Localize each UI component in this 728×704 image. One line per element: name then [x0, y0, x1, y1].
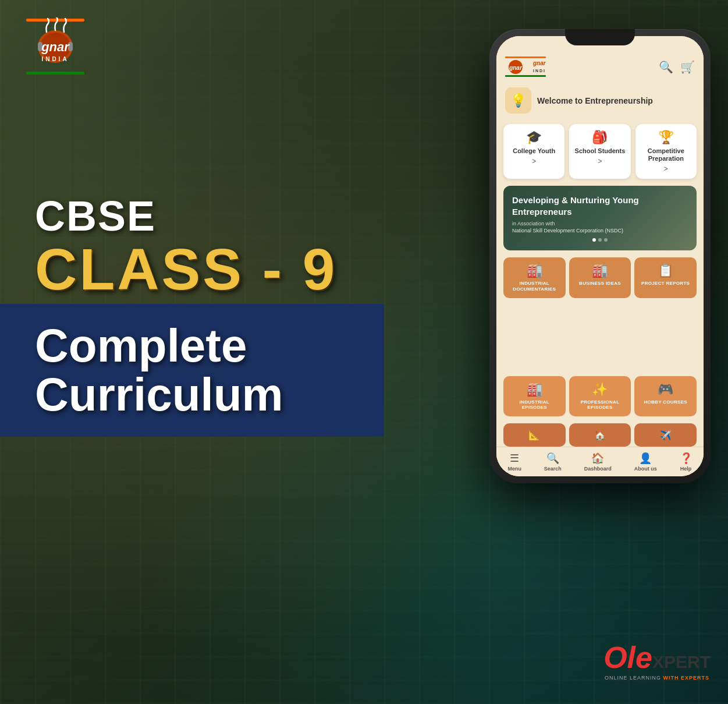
school-students-arrow: >	[598, 157, 602, 165]
partial-item-3[interactable]: ✈️	[634, 423, 697, 447]
hobby-courses-label: HOBBY COURSES	[644, 399, 687, 405]
school-students-label: School Students	[575, 147, 626, 155]
hero-subtitle: in Association with	[512, 221, 688, 227]
nav-dashboard[interactable]: 🏠 Dashboard	[584, 452, 612, 472]
app-content: gnar gnar INDIA 🔍 🛒 💡 Welcome to Ent	[496, 36, 704, 476]
left-panel: gnar INDIA CBSE CLASS - 9 Complete Curri…	[0, 0, 378, 704]
grid-row-2: 🏭 INDUSTRIAL EPISODES ✨ PROFESSIONAL EPI…	[503, 376, 697, 416]
dot-3	[604, 238, 608, 242]
graduation-icon: 🎓	[526, 130, 542, 145]
hero-dots	[512, 238, 688, 242]
college-youth-arrow: >	[532, 157, 536, 165]
partial-row: 📐 🏠 ✈️	[496, 423, 704, 447]
nav-menu[interactable]: ☰ Menu	[507, 452, 521, 472]
welcome-icon: 💡	[505, 87, 531, 114]
business-ideas-label: BUSINESS IDEAS	[579, 281, 621, 286]
partial-icon-3: ✈️	[660, 430, 672, 441]
nav-search[interactable]: 🔍 Search	[544, 452, 562, 472]
professional-episodes-icon: ✨	[592, 382, 608, 397]
partial-icon-2: 🏠	[594, 430, 606, 441]
search-nav-label: Search	[544, 466, 562, 472]
grid-industrial-docs[interactable]: 🏭 INDUSTRIAL DOCUMENTARIES	[503, 257, 566, 298]
expert-text: XPERT	[652, 652, 711, 672]
svg-text:INDIA: INDIA	[41, 56, 69, 62]
cbse-label: CBSE	[35, 192, 355, 240]
about-label: About us	[634, 466, 657, 472]
industrial-episodes-label: INDUSTRIAL EPISODES	[507, 399, 562, 411]
hero-org: National Skill Development Corporation (…	[512, 228, 688, 234]
phone-outer: gnar gnar INDIA 🔍 🛒 💡 Welcome to Ent	[489, 29, 711, 483]
grid-section: 🏭 INDUSTRIAL DOCUMENTARIES 🏭 BUSINESS ID…	[496, 253, 704, 376]
class-label: CLASS - 9	[35, 240, 355, 298]
svg-rect-8	[505, 56, 546, 58]
svg-text:gnar: gnar	[509, 65, 523, 71]
welcome-text: Welcome to Entrepreneurship	[537, 96, 653, 105]
category-college-youth[interactable]: 🎓 College Youth >	[503, 124, 564, 179]
dashboard-icon: 🏠	[591, 452, 604, 465]
grid-professional-episodes[interactable]: ✨ PROFESSIONAL EPISODES	[569, 376, 631, 416]
svg-text:INDIA: INDIA	[533, 69, 546, 73]
grid-business-ideas[interactable]: 🏭 BUSINESS IDEAS	[569, 257, 631, 298]
search-icon[interactable]: 🔍	[659, 60, 673, 74]
help-label: Help	[680, 466, 692, 472]
partial-item-2[interactable]: 🏠	[569, 423, 631, 447]
tagline-accent: WITH EXPERTS	[663, 675, 710, 681]
curriculum-band: Complete Curriculum	[0, 304, 384, 437]
about-icon: 👤	[639, 452, 652, 465]
svg-text:gnar: gnar	[532, 60, 546, 66]
cbse-section: CBSE CLASS - 9	[23, 192, 355, 298]
school-icon: 🎒	[592, 130, 608, 145]
svg-rect-0	[26, 19, 84, 22]
grid-row-2-wrapper: 🏭 INDUSTRIAL EPISODES ✨ PROFESSIONAL EPI…	[496, 376, 704, 420]
welcome-banner: 💡 Welcome to Entrepreneurship	[496, 82, 704, 119]
industrial-docs-label: INDUSTRIAL DOCUMENTARIES	[507, 281, 562, 292]
app-logo: gnar gnar INDIA	[505, 56, 546, 77]
curriculum-text-2: Curriculum	[35, 370, 361, 419]
project-reports-icon: 📋	[658, 263, 673, 278]
industrial-episodes-icon: 🏭	[527, 382, 542, 397]
grid-hobby-courses[interactable]: 🎮 HOBBY COURSES	[634, 376, 697, 416]
industrial-docs-icon: 🏭	[527, 263, 542, 278]
trophy-icon: 🏆	[658, 130, 674, 145]
bottom-nav: ☰ Menu 🔍 Search 🏠 Dashboard 👤 About us	[496, 447, 704, 476]
phone-notch	[565, 29, 635, 45]
dot-1	[592, 238, 596, 242]
college-youth-label: College Youth	[513, 147, 555, 155]
dot-2	[598, 238, 602, 242]
category-competitive[interactable]: 🏆 Competitive Preparation >	[635, 124, 697, 179]
svg-rect-13	[505, 75, 546, 77]
menu-label: Menu	[507, 466, 521, 472]
grid-project-reports[interactable]: 📋 PROJECT REPORTS	[634, 257, 697, 298]
grid-industrial-episodes[interactable]: 🏭 INDUSTRIAL EPISODES	[503, 376, 566, 416]
help-icon: ❓	[680, 452, 693, 465]
phone-mockup: gnar gnar INDIA 🔍 🛒 💡 Welcome to Ent	[489, 29, 711, 483]
hobby-courses-icon: 🎮	[658, 382, 673, 397]
menu-icon: ☰	[510, 452, 519, 465]
competitive-label: Competitive Preparation	[640, 147, 692, 162]
business-ideas-icon: 🏭	[592, 263, 608, 278]
ole-text: Ole	[603, 640, 652, 675]
olexpert-text: Ole XPERT	[603, 640, 711, 675]
cart-icon[interactable]: 🛒	[680, 60, 695, 74]
competitive-arrow: >	[664, 165, 668, 173]
olexpert-tagline: ONLINE LEARNING WITH EXPERTS	[603, 675, 711, 681]
hero-banner: Developing & Nurturing Young Entrepreneu…	[503, 186, 697, 250]
curriculum-text-1: Complete	[35, 321, 361, 370]
nav-about[interactable]: 👤 About us	[634, 452, 657, 472]
hero-title: Developing & Nurturing Young Entrepreneu…	[512, 194, 688, 217]
professional-episodes-label: PROFESSIONAL EPISODES	[573, 399, 628, 411]
category-school-students[interactable]: 🎒 School Students >	[569, 124, 630, 179]
category-row: 🎓 College Youth > 🎒 School Students > 🏆 …	[496, 119, 704, 183]
logo-area: gnar INDIA	[23, 17, 355, 76]
svg-rect-5	[26, 72, 84, 75]
logo-icon: gnar INDIA	[23, 17, 87, 76]
nav-help[interactable]: ❓ Help	[680, 452, 693, 472]
grid-row-1: 🏭 INDUSTRIAL DOCUMENTARIES 🏭 BUSINESS ID…	[503, 257, 697, 298]
partial-icon-1: 📐	[528, 430, 540, 441]
project-reports-label: PROJECT REPORTS	[641, 281, 690, 286]
partial-item-1[interactable]: 📐	[503, 423, 566, 447]
tagline-main: ONLINE LEARNING	[605, 675, 663, 681]
svg-text:gnar: gnar	[41, 40, 70, 54]
dashboard-label: Dashboard	[584, 466, 612, 472]
olexpert-logo: Ole XPERT ONLINE LEARNING WITH EXPERTS	[603, 640, 711, 681]
